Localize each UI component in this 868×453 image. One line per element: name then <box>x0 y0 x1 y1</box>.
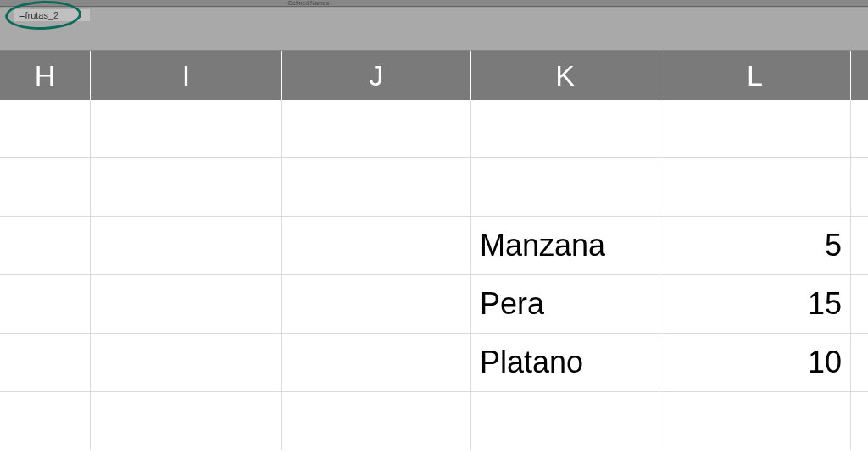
cell-J-3[interactable] <box>282 275 471 334</box>
cell-L-3[interactable]: 15 <box>659 275 851 334</box>
table-row: Manzana5 <box>0 217 868 275</box>
cell-I-3[interactable] <box>91 275 282 334</box>
formula-input[interactable]: =frutas_2 <box>14 9 90 21</box>
cell-H-1[interactable] <box>0 158 91 217</box>
cell-J-2[interactable] <box>282 217 471 275</box>
col-header-L[interactable]: L <box>659 51 851 100</box>
cell-L-5[interactable] <box>659 392 851 450</box>
cell-K-3[interactable]: Pera <box>471 275 659 334</box>
cell-K-1[interactable] <box>471 158 659 217</box>
cell-K-4[interactable]: Platano <box>471 334 659 392</box>
table-row <box>0 158 868 217</box>
cell-L-1[interactable] <box>659 158 851 217</box>
cell-H-0[interactable] <box>0 100 91 158</box>
cell-I-2[interactable] <box>91 217 282 275</box>
col-header-J[interactable]: J <box>282 51 471 100</box>
ribbon-strip: Defined Names <box>0 0 868 7</box>
cell--1[interactable] <box>851 158 868 217</box>
cell-J-1[interactable] <box>282 158 471 217</box>
cell-L-4[interactable]: 10 <box>659 334 851 392</box>
cell-H-2[interactable] <box>0 217 91 275</box>
cell-J-4[interactable] <box>282 334 471 392</box>
ribbon-group-label: Defined Names <box>288 0 329 6</box>
formula-bar: =frutas_2 <box>0 7 868 51</box>
cell-I-5[interactable] <box>91 392 282 450</box>
table-row: Platano10 <box>0 334 868 392</box>
cell-H-4[interactable] <box>0 334 91 392</box>
table-row: Pera15 <box>0 275 868 334</box>
table-row <box>0 392 868 450</box>
cell-H-3[interactable] <box>0 275 91 334</box>
col-header-H[interactable]: H <box>0 51 91 100</box>
cell-J-0[interactable] <box>282 100 471 158</box>
cell--3[interactable] <box>851 275 868 334</box>
col-header-K[interactable]: K <box>471 51 659 100</box>
cell-K-0[interactable] <box>471 100 659 158</box>
cell-K-5[interactable] <box>471 392 659 450</box>
cell-I-4[interactable] <box>91 334 282 392</box>
cell--2[interactable] <box>851 217 868 275</box>
cell-H-5[interactable] <box>0 392 91 450</box>
cell-K-2[interactable]: Manzana <box>471 217 659 275</box>
cell--5[interactable] <box>851 392 868 450</box>
cell-L-2[interactable]: 5 <box>659 217 851 275</box>
column-headers: H I J K L <box>0 51 868 100</box>
cell--4[interactable] <box>851 334 868 392</box>
cell-J-5[interactable] <box>282 392 471 450</box>
cell--0[interactable] <box>851 100 868 158</box>
cell-I-1[interactable] <box>91 158 282 217</box>
col-header-next[interactable] <box>851 51 868 100</box>
table-row <box>0 100 868 158</box>
spreadsheet-grid: Manzana5Pera15Platano10 <box>0 100 868 450</box>
cell-I-0[interactable] <box>91 100 282 158</box>
cell-L-0[interactable] <box>659 100 851 158</box>
col-header-I[interactable]: I <box>91 51 282 100</box>
